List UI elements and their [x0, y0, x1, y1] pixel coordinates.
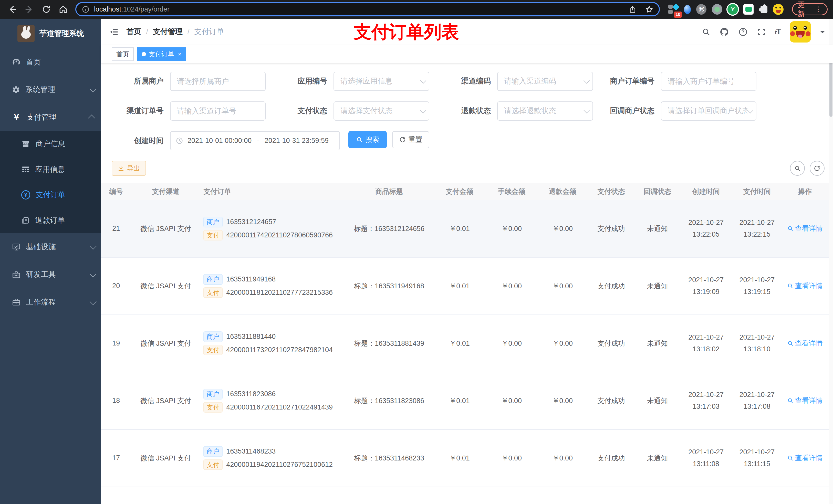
filter-label: 所属商户 — [112, 76, 170, 86]
sidebar-item-infrastructure[interactable]: 基础设施 — [0, 233, 101, 261]
avatar-caret-icon[interactable] — [820, 31, 825, 36]
cell-title: 标题：1635312124656 — [345, 224, 433, 233]
col-created: 创建时间 — [681, 187, 732, 196]
back-icon[interactable] — [5, 2, 19, 16]
recorder-extension-icon[interactable] — [712, 4, 722, 15]
sidebar-item-refund-order[interactable]: 退款订单 — [0, 208, 101, 233]
search-icon[interactable] — [701, 27, 711, 37]
export-button[interactable]: 导出 — [112, 161, 146, 176]
chrome-menu-icon[interactable]: ⋮ — [815, 5, 822, 13]
table-row[interactable]: 19 微信 JSAPI 支付 商户1635311881440 支付4200001… — [101, 315, 833, 373]
select-placeholder: 请选择订单回调商户状态 — [668, 106, 747, 116]
url-path: :1024/pay/order — [121, 5, 170, 13]
breadcrumb-separator: / — [146, 28, 148, 36]
reload-icon[interactable] — [39, 2, 53, 16]
view-detail-link[interactable]: 查看详情 — [787, 281, 823, 290]
bookmark-star-icon[interactable] — [645, 5, 653, 14]
avatar[interactable] — [790, 21, 811, 43]
cell-action: 查看详情 — [783, 453, 827, 463]
pay-order-no: 4200001181202110277723215336 — [226, 289, 333, 296]
cell-title: 标题：1635311949168 — [345, 282, 433, 291]
select-placeholder: 请输入渠道编码 — [504, 76, 584, 86]
view-detail-link[interactable]: 查看详情 — [787, 453, 823, 462]
breadcrumb-home[interactable]: 首页 — [126, 27, 141, 37]
tab-home[interactable]: 首页 — [112, 47, 134, 61]
chevron-down-icon — [90, 86, 96, 92]
fullscreen-icon[interactable] — [757, 27, 766, 37]
channel-code-select[interactable]: 请输入渠道编码 — [497, 72, 593, 91]
sidebar-item-system[interactable]: 系统管理 — [0, 76, 101, 104]
sidebar-item-home[interactable]: 首页 — [0, 48, 101, 76]
breadcrumb: 首页 / 支付管理 / 支付订单 — [126, 27, 224, 37]
help-icon[interactable] — [738, 27, 748, 37]
sidebar-item-pay-order[interactable]: ¥ 支付订单 — [0, 182, 101, 208]
chrome-update-button[interactable]: 更新 ⋮ — [792, 3, 828, 15]
chevron-down-icon — [584, 78, 590, 83]
channel-order-no-input[interactable] — [170, 101, 266, 121]
table-row[interactable]: 21 微信 JSAPI 支付 商户1635312124657 支付4200001… — [101, 200, 833, 258]
cell-title: 标题：1635311881439 — [345, 339, 433, 348]
create-time-range-input[interactable]: 2021-10-01 00:00:00 - 2021-10-31 23:59:5… — [170, 131, 340, 150]
filter-row-1: 所属商户 应用编号 请选择应用信息 渠道编码 请输入渠道编码 — [112, 72, 825, 91]
refund-status-select[interactable]: 请选择退款状态 — [497, 101, 593, 121]
cell-amount: ￥0.01 — [433, 339, 486, 348]
yen-circle-icon: ¥ — [21, 190, 30, 199]
reset-button[interactable]: 重置 — [392, 131, 429, 148]
sidebar-submenu-payment: 商户信息 应用信息 ¥ 支付订单 退款订单 — [0, 131, 101, 233]
extensions-puzzle-icon[interactable] — [761, 6, 767, 13]
font-size-icon[interactable]: tT — [775, 27, 781, 37]
tab-pay-order[interactable]: 支付订单 × — [137, 47, 186, 61]
app-select[interactable]: 请选择应用信息 — [334, 72, 429, 91]
table-row[interactable]: 20 微信 JSAPI 支付 商户1635311949168 支付4200001… — [101, 258, 833, 315]
collapse-sidebar-icon[interactable] — [109, 27, 119, 37]
chat-extension-icon[interactable] — [743, 4, 754, 15]
filter-label: 回调商户状态 — [602, 106, 661, 116]
filter-label: 支付状态 — [275, 106, 334, 116]
github-icon[interactable] — [719, 27, 729, 37]
view-detail-link[interactable]: 查看详情 — [787, 396, 823, 405]
cell-refund: ￥0.00 — [537, 454, 588, 463]
cell-status: 支付成功 — [588, 224, 634, 233]
y-extension-icon[interactable]: Y — [728, 4, 738, 15]
pay-tag: 支付 — [204, 345, 222, 355]
table-row[interactable]: 18 微信 JSAPI 支付 商户1635311823086 支付4200001… — [101, 373, 833, 430]
merchant-input[interactable] — [170, 72, 266, 91]
app-logo[interactable]: 芋道管理系统 — [0, 19, 101, 48]
browser-chrome: localhost:1024/pay/order 10 ⌘ Y — [0, 0, 833, 19]
notify-status-select[interactable]: 请选择订单回调商户状态 — [661, 101, 756, 121]
emoji-extension-icon[interactable] — [773, 4, 784, 15]
sidebar-item-merchant-info[interactable]: 商户信息 — [0, 131, 101, 157]
view-detail-link[interactable]: 查看详情 — [787, 224, 823, 233]
sidebar: 芋道管理系统 首页 系统管理 ¥ 支付管理 商户信息 — [0, 19, 101, 504]
view-detail-link[interactable]: 查看详情 — [787, 339, 823, 348]
show-search-toggle-button[interactable] — [790, 161, 805, 176]
cell-status: 支付成功 — [588, 282, 634, 291]
command-extension-icon[interactable]: ⌘ — [696, 4, 707, 15]
sidebar-item-app-info[interactable]: 应用信息 — [0, 157, 101, 182]
refresh-table-button[interactable] — [810, 161, 825, 176]
url-bar[interactable]: localhost:1024/pay/order — [75, 2, 660, 16]
cell-created: 2021-10-2713:19:09 — [681, 274, 732, 298]
home-icon[interactable] — [56, 2, 70, 16]
table-row[interactable]: 17 微信 JSAPI 支付 商户1635311468233 支付4200001… — [101, 430, 833, 487]
sidebar-item-payment[interactable]: ¥ 支付管理 — [0, 103, 101, 131]
search-button[interactable]: 搜索 — [348, 131, 386, 148]
sidebar-item-workflow[interactable]: 工作流程 — [0, 288, 101, 316]
breadcrumb-payment[interactable]: 支付管理 — [153, 27, 183, 37]
merchant-tag: 商户 — [204, 446, 222, 457]
merchant-order-no-input[interactable] — [661, 72, 756, 91]
vertical-scrollbar[interactable] — [829, 19, 833, 504]
cell-paid: 2021-10-2713:22:15 — [732, 217, 783, 240]
balloon-extension-icon[interactable] — [684, 5, 691, 14]
document-icon — [21, 216, 30, 224]
pay-status-select[interactable]: 请选择支付状态 — [334, 101, 429, 121]
close-tab-icon[interactable]: × — [178, 51, 181, 57]
sidebar-item-dev-tools[interactable]: 研发工具 — [0, 261, 101, 288]
table-row[interactable]: 商户1635311254796 — [101, 487, 833, 504]
forward-icon[interactable] — [22, 2, 36, 16]
main-content: 所属商户 应用编号 请选择应用信息 渠道编码 请输入渠道编码 — [101, 63, 833, 504]
tampermonkey-extension-icon[interactable]: 10 — [668, 4, 679, 15]
yen-icon: ¥ — [12, 112, 21, 122]
share-icon[interactable] — [628, 5, 637, 13]
site-info-icon[interactable] — [82, 5, 90, 13]
